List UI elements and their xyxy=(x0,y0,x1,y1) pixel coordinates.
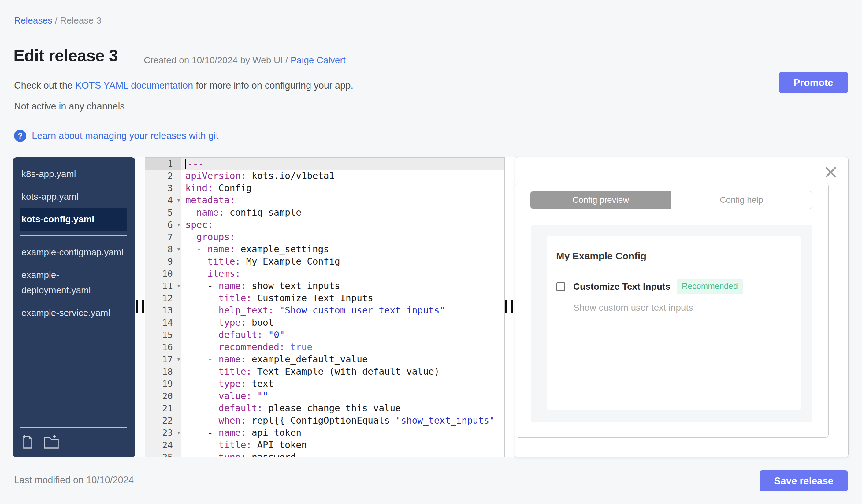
file-list-divider xyxy=(20,236,127,236)
panel-resize-handle[interactable] xyxy=(505,300,513,313)
config-item-label: Customize Text Inputs xyxy=(573,281,670,292)
git-releases-link[interactable]: Learn about managing your releases with … xyxy=(32,130,218,141)
code-text: - name: example_default_value xyxy=(181,353,368,366)
breadcrumb-separator: / xyxy=(55,15,60,25)
editor-line-18[interactable]: 18 title: Text Example (with default val… xyxy=(145,366,505,378)
question-icon: ? xyxy=(14,130,26,142)
editor-line-6[interactable]: 6▾spec: xyxy=(145,219,505,231)
promote-button[interactable]: Promote xyxy=(779,72,848,93)
editor-line-10[interactable]: 10 items: xyxy=(145,268,505,280)
line-number: 9 xyxy=(145,255,181,268)
kots-docs-link[interactable]: KOTS YAML documentation xyxy=(75,80,193,91)
code-text: items: xyxy=(181,268,241,280)
editor-line-4[interactable]: 4▾metadata: xyxy=(145,194,505,207)
customize-text-inputs-checkbox[interactable] xyxy=(556,282,565,291)
line-number: 2 xyxy=(145,170,181,182)
file-item-example-configmap.yaml[interactable]: example-configmap.yaml xyxy=(20,241,127,264)
drag-handle-icon xyxy=(505,300,507,313)
breadcrumb: Releases / Release 3 xyxy=(14,15,101,26)
config-group-title: My Example Config xyxy=(556,251,788,262)
git-help-row: ? Learn about managing your releases wit… xyxy=(14,130,218,142)
editor-line-19[interactable]: 19 type: text xyxy=(145,378,505,390)
editor-line-2[interactable]: 2apiVersion: kots.io/v1beta1 xyxy=(145,170,505,182)
created-line: Created on 10/10/2024 by Web UI / Paige … xyxy=(144,55,346,65)
code-text: title: Customize Text Inputs xyxy=(181,292,373,304)
editor-line-12[interactable]: 12 title: Customize Text Inputs xyxy=(145,292,505,304)
line-number: 17▾ xyxy=(145,353,181,366)
fold-arrow-icon[interactable]: ▾ xyxy=(177,353,180,366)
code-text: apiVersion: kots.io/v1beta1 xyxy=(181,170,335,182)
config-preview-area: My Example Config Customize Text Inputs … xyxy=(531,225,812,422)
editor-line-17[interactable]: 17▾ - name: example_default_value xyxy=(145,353,505,366)
code-text: - name: example_settings xyxy=(181,243,329,255)
drag-handle-icon xyxy=(135,300,138,313)
editor-line-15[interactable]: 15 default: "0" xyxy=(145,329,505,341)
yaml-editor[interactable]: 1---2apiVersion: kots.io/v1beta13kind: C… xyxy=(145,157,505,457)
line-number: 24 xyxy=(145,439,181,451)
new-folder-icon[interactable] xyxy=(44,435,59,449)
tab-config-help[interactable]: Config help xyxy=(671,191,812,209)
tab-config-preview[interactable]: Config preview xyxy=(531,191,671,209)
editor-line-16[interactable]: 16 recommended: true xyxy=(145,341,505,353)
code-text: type: text xyxy=(181,378,274,390)
editor-line-23[interactable]: 23▾ - name: api_token xyxy=(145,427,505,439)
fold-arrow-icon[interactable]: ▾ xyxy=(177,219,180,231)
config-group-card: My Example Config Customize Text Inputs … xyxy=(547,236,800,410)
file-item-kots-app.yaml[interactable]: kots-app.yaml xyxy=(20,185,127,208)
fold-arrow-icon[interactable]: ▾ xyxy=(177,280,180,292)
code-text: title: API token xyxy=(181,439,307,451)
code-text: help_text: "Show custom user text inputs… xyxy=(181,304,445,317)
config-item-help: Show custom user text inputs xyxy=(573,303,788,313)
file-item-k8s-app.yaml[interactable]: k8s-app.yaml xyxy=(20,163,127,185)
code-text: name: config-sample xyxy=(181,207,301,219)
editor-line-21[interactable]: 21 default: please change this value xyxy=(145,402,505,414)
file-item-example-service.yaml[interactable]: example-service.yaml xyxy=(20,302,127,324)
workspace: k8s-app.yamlkots-app.yamlkots-config.yam… xyxy=(13,157,849,457)
line-number: 18 xyxy=(145,366,181,378)
config-tabbar: Config previewConfig help xyxy=(530,191,812,209)
editor-line-11[interactable]: 11▾ - name: show_text_inputs xyxy=(145,280,505,292)
code-text: when: repl{{ ConfigOptionEquals "show_te… xyxy=(181,414,495,427)
breadcrumb-current: Release 3 xyxy=(60,15,101,25)
editor-line-3[interactable]: 3kind: Config xyxy=(145,182,505,194)
line-number: 16 xyxy=(145,341,181,353)
close-icon[interactable] xyxy=(824,165,838,179)
code-text: title: My Example Config xyxy=(181,255,340,268)
save-release-button[interactable]: Save release xyxy=(759,470,848,491)
editor-line-5[interactable]: 5 name: config-sample xyxy=(145,207,505,219)
code-text: - name: api_token xyxy=(181,427,301,439)
editor-line-24[interactable]: 24 title: API token xyxy=(145,439,505,451)
file-item-example-deployment.yaml[interactable]: example-deployment.yaml xyxy=(20,264,127,302)
editor-line-13[interactable]: 13 help_text: "Show custom user text inp… xyxy=(145,304,505,317)
fold-arrow-icon[interactable]: ▾ xyxy=(177,427,180,439)
editor-line-9[interactable]: 9 title: My Example Config xyxy=(145,255,505,268)
new-file-icon[interactable] xyxy=(22,435,36,449)
recommended-badge: Recommended xyxy=(677,279,743,294)
line-number: 19 xyxy=(145,378,181,390)
code-text: value: "" xyxy=(181,390,268,402)
panel-resize-strip xyxy=(505,157,514,457)
fold-arrow-icon[interactable]: ▾ xyxy=(177,194,180,207)
drag-handle-icon xyxy=(142,300,144,313)
code-text: type: bool xyxy=(181,317,274,329)
editor-line-25[interactable]: 25 type: password xyxy=(145,451,505,457)
line-number: 4▾ xyxy=(145,194,181,207)
line-number: 25 xyxy=(145,451,181,457)
fold-arrow-icon[interactable]: ▾ xyxy=(177,243,180,255)
editor-line-14[interactable]: 14 type: bool xyxy=(145,317,505,329)
docs-prefix: Check out the xyxy=(14,80,75,91)
breadcrumb-releases-link[interactable]: Releases xyxy=(14,15,52,25)
config-panel: Config previewConfig help My Example Con… xyxy=(514,157,849,457)
author-link[interactable]: Paige Calvert xyxy=(291,55,346,65)
line-number: 6▾ xyxy=(145,219,181,231)
editor-line-8[interactable]: 8▾ - name: example_settings xyxy=(145,243,505,255)
sidebar-resize-handle[interactable] xyxy=(135,300,144,313)
editor-line-22[interactable]: 22 when: repl{{ ConfigOptionEquals "show… xyxy=(145,414,505,427)
page-title: Edit release 3 xyxy=(13,46,118,65)
line-number: 12 xyxy=(145,292,181,304)
editor-line-1[interactable]: 1--- xyxy=(145,158,505,170)
editor-line-7[interactable]: 7 groups: xyxy=(145,231,505,243)
editor-line-20[interactable]: 20 value: "" xyxy=(145,390,505,402)
code-text: metadata: xyxy=(181,194,235,207)
file-item-kots-config.yaml[interactable]: kots-config.yaml xyxy=(20,208,127,230)
